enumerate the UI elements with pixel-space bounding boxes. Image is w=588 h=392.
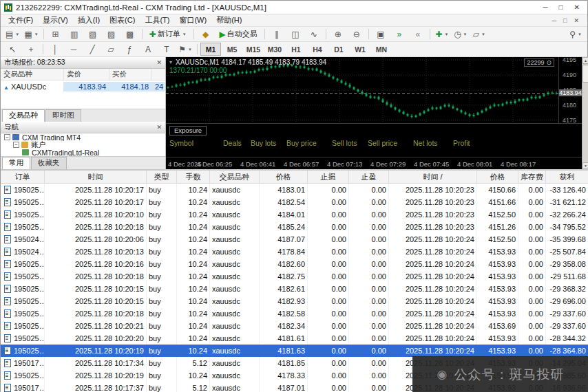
exposure-col-1[interactable]: Deals bbox=[223, 139, 251, 147]
maximize-button[interactable]: □ bbox=[559, 3, 563, 11]
order-row[interactable]: 195025…2025.11.28 10:20:16buy10.24xauusd… bbox=[1, 258, 588, 270]
scroll-up-icon[interactable]: ▲ bbox=[582, 57, 588, 64]
history-col-symbol[interactable]: 交易品种 bbox=[210, 171, 260, 183]
terminal-panel-button[interactable]: ▨ bbox=[103, 27, 120, 41]
tile-windows-button[interactable]: ▣ bbox=[372, 27, 390, 41]
menu-item-file[interactable]: 文件(F) bbox=[3, 14, 38, 26]
exposure-col-3[interactable]: Buy price bbox=[286, 139, 332, 147]
exposure-col-5[interactable]: Sell price bbox=[368, 139, 413, 147]
horizontal-line-button[interactable]: ─ bbox=[65, 42, 83, 56]
market-watch-col-0[interactable]: 交易品种 bbox=[1, 69, 64, 80]
periods-list-button[interactable]: ◷▼ bbox=[452, 27, 470, 41]
history-col-close-price[interactable]: 价格 bbox=[477, 171, 518, 183]
exposure-col-6[interactable]: Net lots bbox=[413, 139, 453, 147]
period-button-m1[interactable]: M1 bbox=[200, 43, 221, 56]
navigator-item[interactable]: CXMTradingLtd-Real bbox=[1, 149, 165, 156]
close-icon[interactable]: ✕ bbox=[156, 59, 162, 66]
auto-scroll-button[interactable]: » bbox=[390, 27, 408, 41]
order-row[interactable]: 195025…2025.11.28 10:20:18buy10.24xauusd… bbox=[1, 270, 588, 283]
order-row[interactable]: 195025…2025.11.28 10:20:15buy10.24xauusd… bbox=[1, 295, 588, 307]
fibonacci-button[interactable]: ƒ bbox=[120, 42, 138, 56]
vertical-line-button[interactable]: │ bbox=[46, 42, 64, 56]
mdi-close-button[interactable]: ✕ bbox=[574, 17, 579, 24]
menu-item-view[interactable]: 显示(V) bbox=[38, 14, 73, 26]
zoom-in-button[interactable]: ⊕ bbox=[329, 27, 347, 41]
price-scale[interactable]: 419541904185418041754183.94 bbox=[558, 57, 582, 123]
search-button[interactable]: ⚲▼ bbox=[567, 27, 585, 41]
order-row[interactable]: 195024…2025.11.28 10:20:13buy10.24xauusd… bbox=[1, 246, 588, 258]
line-chart-mode-button[interactable]: ∿ bbox=[305, 27, 323, 41]
tree-expander-icon[interactable]: − bbox=[4, 134, 10, 140]
history-col-type[interactable]: 类型 bbox=[147, 171, 177, 183]
chart-shift-button[interactable]: « bbox=[409, 27, 427, 41]
period-button-m30[interactable]: M30 bbox=[264, 43, 285, 56]
menu-item-tools[interactable]: 工具(T) bbox=[140, 14, 174, 26]
history-col-order[interactable]: 订单 bbox=[1, 171, 45, 183]
menu-item-window[interactable]: 窗口(W) bbox=[174, 14, 211, 26]
exposure-col-0[interactable]: Symbol bbox=[169, 139, 223, 147]
market-watch-col-1[interactable]: 卖价 bbox=[64, 69, 109, 80]
cursor-button[interactable]: ↖ bbox=[3, 42, 21, 56]
bar-chart-mode-button[interactable]: ∥ bbox=[268, 27, 286, 41]
navigator-tab-1[interactable]: 收藏夹 bbox=[31, 157, 67, 169]
history-col-tp[interactable]: 止盈 bbox=[349, 171, 389, 183]
navigator-button[interactable]: ▧ bbox=[84, 27, 102, 41]
order-row[interactable]: 195025…2025.11.28 10:20:15buy10.24xauusd… bbox=[1, 283, 588, 295]
history-col-open-price[interactable]: 价格 bbox=[260, 171, 308, 183]
order-row[interactable]: 195025…2025.11.28 10:20:18buy10.24xauusd… bbox=[1, 307, 588, 320]
period-button-d1[interactable]: D1 bbox=[328, 43, 349, 56]
trendline-button[interactable]: ╱ bbox=[83, 42, 101, 56]
text-button[interactable]: A bbox=[139, 42, 157, 56]
exposure-tab[interactable]: Exposure bbox=[169, 126, 207, 135]
metaeditor-button[interactable]: ◆ bbox=[197, 27, 215, 41]
history-col-open-time[interactable]: 时间 bbox=[45, 171, 147, 183]
market-watch-tab-0[interactable]: 交易品种 bbox=[2, 109, 45, 122]
navigator-item[interactable]: −CXM Trading MT4 bbox=[1, 133, 165, 141]
period-button-w1[interactable]: W1 bbox=[350, 43, 370, 56]
history-col-profit[interactable]: 获利 bbox=[546, 171, 588, 183]
history-col-lots[interactable]: 手数 bbox=[177, 171, 210, 183]
mdi-minimize-button[interactable]: ─ bbox=[552, 17, 556, 24]
minimize-button[interactable]: ─ bbox=[543, 3, 547, 11]
strategy-tester-button[interactable]: ▩ bbox=[121, 27, 139, 41]
history-col-sl[interactable]: 止损 bbox=[308, 171, 349, 183]
period-button-m5[interactable]: M5 bbox=[222, 43, 242, 56]
candlestick-mode-button[interactable]: ◫ bbox=[286, 27, 304, 41]
navigator-tab-0[interactable]: 常用 bbox=[2, 157, 30, 169]
scroll-down-icon[interactable]: ▼ bbox=[582, 162, 588, 169]
arrows-button[interactable]: ⚑▼ bbox=[176, 42, 194, 56]
channel-button[interactable]: ▱ bbox=[102, 42, 120, 56]
order-row[interactable]: 195025…2025.11.28 10:20:18buy10.24xauusd… bbox=[1, 221, 588, 233]
tree-expander-icon[interactable]: − bbox=[13, 142, 19, 148]
market-watch-col-3[interactable] bbox=[152, 69, 165, 80]
menu-item-charts[interactable]: 图表(C) bbox=[105, 14, 140, 26]
period-button-m15[interactable]: M15 bbox=[243, 43, 264, 56]
symbol-row[interactable]: ▲XAUUSDc4183.944184.1824 bbox=[1, 80, 165, 92]
period-button-h4[interactable]: H4 bbox=[307, 43, 328, 56]
chart-vertical-scrollbar[interactable]: ▲ ▼ bbox=[582, 57, 588, 169]
navigator-item[interactable]: −账户 bbox=[1, 141, 165, 149]
exposure-col-4[interactable]: Sell lots bbox=[332, 139, 368, 147]
time-axis[interactable]: 4 Dec 20254 Dec 06:254 Dec 06:414 Dec 06… bbox=[166, 157, 582, 170]
text-label-button[interactable]: T bbox=[158, 42, 176, 56]
order-row[interactable]: 195025…2025.11.28 10:20:21buy10.24xauusd… bbox=[1, 320, 588, 332]
order-row[interactable]: 195025…2025.11.28 10:20:17buy10.24xauusd… bbox=[1, 196, 588, 208]
menu-item-insert[interactable]: 插入(I) bbox=[73, 14, 105, 26]
new-order-button[interactable]: ✚新订单▼ bbox=[145, 27, 191, 41]
indicators-button[interactable]: ✚▼ bbox=[433, 27, 451, 41]
new-chart-button[interactable]: ▤▼ bbox=[3, 27, 21, 41]
order-row[interactable]: 195025…2025.11.28 10:20:19buy10.24xauusd… bbox=[1, 345, 588, 357]
market-watch-tab-1[interactable]: 即时图 bbox=[45, 109, 81, 122]
close-button[interactable]: ✕ bbox=[574, 3, 580, 11]
period-button-mn[interactable]: MN bbox=[371, 43, 392, 56]
history-col-swap[interactable]: 库存费 bbox=[518, 171, 546, 183]
order-row[interactable]: 195024…2025.11.28 10:20:06buy10.24xauusd… bbox=[1, 233, 588, 246]
order-row[interactable]: 195025…2025.11.28 10:20:10buy10.24xauusd… bbox=[1, 208, 588, 221]
data-window-button[interactable]: ▥ bbox=[65, 27, 83, 41]
scrollbar-thumb[interactable] bbox=[582, 65, 588, 83]
market-watch-col-2[interactable]: 买价 bbox=[109, 69, 152, 80]
history-col-close-time[interactable]: 时间 / bbox=[389, 171, 477, 183]
title-bar[interactable]: 2132622299: CXMTradingLtd-Real - CXM Tra… bbox=[1, 1, 587, 14]
period-button-h1[interactable]: H1 bbox=[286, 43, 306, 56]
market-watch-button[interactable]: ⊞ bbox=[47, 27, 65, 41]
